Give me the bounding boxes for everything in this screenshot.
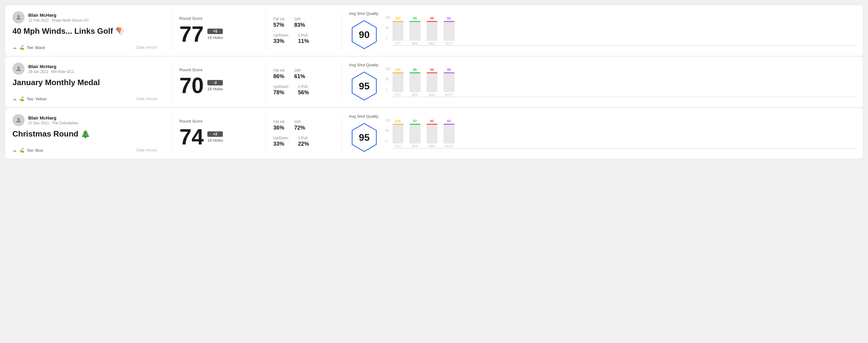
shot-quality-score: 90 — [359, 29, 370, 40]
gir-stat: GIR 72% — [294, 120, 305, 131]
bar-label: OTT — [395, 93, 401, 97]
stats-row-bottom: Up/Down 33% 1 Putt 22% — [273, 136, 327, 147]
hexagon-wrapper: 95 — [349, 122, 379, 153]
fw-hit-stat: FW Hit 57% — [273, 17, 285, 28]
round-title: January Monthly Medal — [12, 78, 157, 87]
bar-label: APP — [412, 42, 418, 45]
round-card: Blair McHarg 27 Dec 2021 · The Oxfordshi… — [5, 107, 863, 159]
divider — [341, 11, 342, 50]
round-card: Blair McHarg 29 Jan 2022 · Mill Ride GCC… — [5, 56, 863, 107]
avatar — [12, 63, 25, 75]
y-tick: 0 — [385, 37, 391, 40]
card-quality-section: Avg Shot Quality 90 100 50 0 — [349, 11, 856, 50]
fw-hit-value: 36% — [273, 125, 285, 131]
bar-background — [409, 72, 421, 92]
bar-value: 87 — [413, 119, 417, 123]
divider — [341, 114, 342, 153]
tee-label: Tee: Yellow — [27, 97, 46, 101]
fw-hit-label: FW Hit — [273, 17, 285, 21]
avg-shot-quality-label: Avg Shot Quality — [349, 63, 378, 67]
bars-row: 101 OTT 86 APP 96 ARG 99 PU — [392, 72, 856, 97]
bar-column: 87 APP — [409, 119, 421, 148]
gir-value: 83% — [294, 22, 305, 28]
divider — [172, 11, 172, 50]
bar-label: APP — [412, 145, 418, 148]
gir-label: GIR — [294, 68, 305, 73]
player-name: Blair McHarg — [28, 64, 74, 69]
card-footer: ☁ ⛳ Tee: Blue Data: Arccos — [12, 148, 157, 153]
divider — [341, 63, 342, 101]
bar-background — [409, 21, 421, 41]
updown-label: Up/Down — [273, 33, 288, 37]
bar-background — [393, 72, 403, 92]
avg-shot-quality-label: Avg Shot Quality — [349, 114, 378, 119]
bars-row: 110 OTT 87 APP 95 ARG 93 PU — [392, 124, 856, 148]
bar-background — [427, 21, 437, 41]
score-row: 77 +5 18 Holes — [179, 23, 251, 45]
card-footer: ☁ ⛳ Tee: Yellow Data: Arccos — [12, 96, 157, 101]
quality-left: Avg Shot Quality 90 — [349, 11, 379, 50]
bar-chart: 100 50 0 107 OTT 95 APP 98 — [385, 16, 856, 45]
tee-icon: ⛳ — [19, 148, 24, 153]
card-header: Blair McHarg 12 Feb 2022 · Royal North D… — [12, 11, 157, 23]
oneputt-label: 1 Putt — [298, 33, 309, 37]
score-row: 70 -2 18 Holes — [179, 74, 251, 96]
round-date: 27 Dec 2021 · The Oxfordshire — [28, 121, 78, 125]
bar-value: 86 — [413, 68, 417, 71]
card-quality-section: Avg Shot Quality 95 100 50 0 — [349, 114, 856, 153]
round-score-label: Round Score — [179, 16, 251, 21]
bar-chart: 100 50 0 110 OTT 87 APP 95 — [385, 119, 856, 148]
bar-label: OTT — [395, 145, 401, 148]
oneputt-label: 1 Putt — [298, 136, 309, 140]
bar-background — [409, 124, 421, 144]
bar-column: 98 ARG — [426, 17, 438, 45]
bar-background — [427, 124, 437, 144]
bar-value: 99 — [447, 68, 451, 71]
updown-stat: Up/Down 33% — [273, 136, 288, 147]
bar-background — [443, 72, 455, 92]
bar-background — [393, 124, 403, 144]
score-badge: +2 — [207, 131, 223, 137]
stats-row-top: FW Hit 86% GIR 61% — [273, 68, 327, 80]
fw-hit-label: FW Hit — [273, 120, 285, 124]
updown-stat: Up/Down 33% — [273, 33, 288, 44]
svg-point-4 — [17, 118, 20, 120]
gir-value: 61% — [294, 73, 305, 80]
updown-value: 33% — [273, 38, 288, 44]
svg-point-2 — [17, 67, 20, 69]
oneputt-stat: 1 Putt 11% — [298, 33, 309, 44]
stats-row-bottom: Up/Down 78% 1 Putt 56% — [273, 85, 327, 96]
bar-accent — [409, 124, 421, 125]
updown-label: Up/Down — [273, 85, 288, 89]
bars-row: 107 OTT 95 APP 98 ARG 82 PU — [392, 21, 856, 45]
svg-point-0 — [17, 15, 20, 17]
bar-label: PUTT — [445, 145, 453, 148]
tee-info: ☁ ⛳ Tee: Blue — [12, 148, 43, 153]
card-left-section: Blair McHarg 29 Jan 2022 · Mill Ride GCC… — [12, 63, 164, 101]
bar-accent — [393, 21, 403, 22]
tee-info: ☁ ⛳ Tee: Yellow — [12, 96, 46, 101]
bar-accent — [393, 72, 403, 73]
bar-column: 82 PUTT — [443, 17, 455, 45]
divider — [172, 63, 172, 101]
bar-accent — [427, 124, 437, 125]
player-name: Blair McHarg — [28, 115, 78, 120]
y-tick: 100 — [385, 67, 391, 70]
updown-label: Up/Down — [273, 136, 288, 140]
quality-left: Avg Shot Quality 95 — [349, 63, 379, 101]
y-axis: 100 50 0 — [385, 119, 392, 143]
bar-column: 95 APP — [409, 17, 421, 45]
round-title: 40 Mph Winds... Links Golf 🪁 — [12, 27, 157, 36]
data-source: Data: Arccos — [136, 148, 157, 152]
oneputt-value: 22% — [298, 141, 309, 147]
bar-column: 86 APP — [409, 68, 421, 97]
fw-hit-stat: FW Hit 36% — [273, 120, 285, 131]
card-stats-section: FW Hit 86% GIR 61% Up/Down 78% 1 Putt — [273, 63, 334, 101]
score-badge: -2 — [207, 80, 223, 86]
bar-label: PUTT — [445, 93, 453, 97]
bar-value: 96 — [430, 68, 434, 71]
y-tick: 50 — [385, 77, 391, 81]
bar-column: 101 OTT — [392, 68, 404, 97]
bar-accent — [427, 72, 437, 73]
bar-label: ARG — [429, 42, 435, 45]
